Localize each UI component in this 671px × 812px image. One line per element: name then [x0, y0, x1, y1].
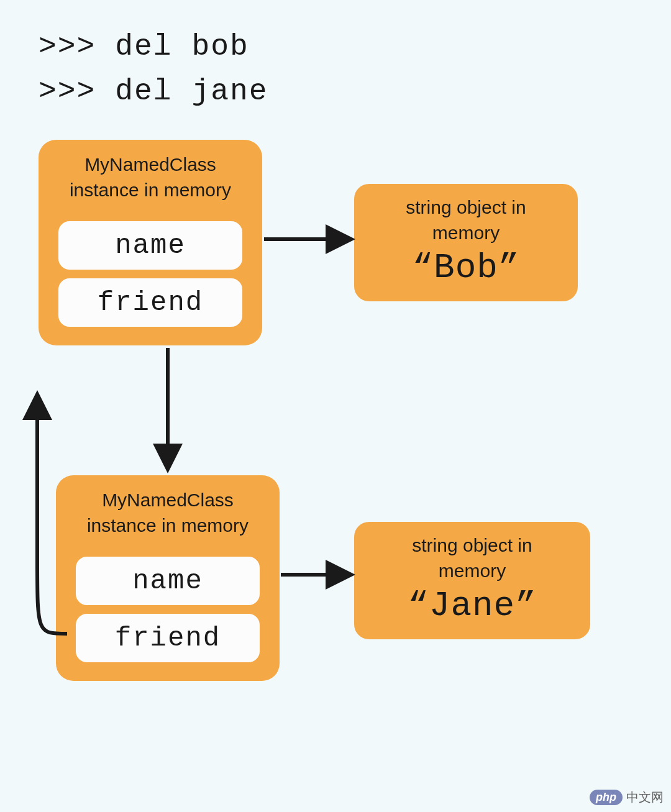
arrows-layer [0, 0, 671, 812]
instance-2-attr-friend: friend [75, 613, 261, 664]
instance-1-title: MyNamedClass instance in memory [70, 152, 231, 203]
instance-1-attr-friend: friend [57, 277, 244, 328]
instance-2-title-line2: instance in memory [87, 515, 249, 536]
code-line-1: >>> del bob [39, 30, 249, 63]
instance-2-attr-name: name [75, 555, 261, 606]
string-box-bob: string object in memory “Bob” [354, 184, 578, 301]
watermark-badge: php [590, 790, 623, 805]
string-jane-value: “Jane” [372, 586, 573, 626]
string-bob-value: “Bob” [372, 248, 560, 288]
instance-1-attr-name: name [57, 220, 244, 271]
diagram-canvas: >>> del bob >>> del jane MyNamedClass in… [0, 0, 671, 812]
string-jane-title-line2: memory [439, 560, 506, 581]
instance-2-title-line1: MyNamedClass [102, 490, 234, 510]
string-bob-title-line2: memory [432, 222, 500, 243]
string-bob-title-line1: string object in [406, 197, 526, 217]
instance-box-1: MyNamedClass instance in memory name fri… [39, 140, 262, 345]
instance-1-title-line2: instance in memory [70, 180, 231, 200]
string-bob-title: string object in memory [372, 195, 560, 245]
string-jane-title: string object in memory [372, 533, 573, 583]
instance-2-title: MyNamedClass instance in memory [87, 488, 249, 538]
string-box-jane: string object in memory “Jane” [354, 522, 590, 639]
string-jane-title-line1: string object in [412, 535, 532, 555]
watermark-text: 中文网 [626, 789, 664, 806]
code-line-2: >>> del jane [39, 75, 268, 108]
instance-box-2: MyNamedClass instance in memory name fri… [56, 475, 280, 681]
instance-1-title-line1: MyNamedClass [84, 154, 216, 175]
watermark: php 中文网 [590, 789, 664, 806]
